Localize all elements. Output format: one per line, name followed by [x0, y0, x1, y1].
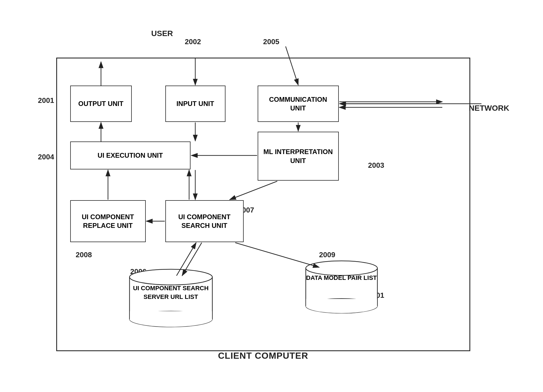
ref-2001: 2001 [38, 96, 54, 105]
svg-point-1 [130, 269, 212, 285]
url-list-label: UI COMPONENT SEARCH SERVER URL LIST [129, 284, 213, 301]
ui-execution-unit-label: UI EXECUTION UNIT [98, 151, 163, 160]
ui-component-search-unit-box: UI COMPONENT SEARCH UNIT [165, 200, 244, 242]
communication-unit-box: COMMUNICATION UNIT [258, 86, 339, 122]
ui-component-replace-unit-label: UI COMPONENT REPLACE UNIT [74, 212, 142, 230]
client-computer-label: CLIENT COMPUTER [57, 351, 469, 361]
ui-component-search-unit-label: UI COMPONENT SEARCH UNIT [169, 212, 240, 230]
ref-2008: 2008 [76, 251, 92, 259]
ml-interpretation-unit-label: ML INTERPRETATION UNIT [261, 147, 335, 165]
data-model-pair-list-cylinder: DATA MODEL PAIR LIST [305, 260, 378, 313]
ml-interpretation-unit-box: ML INTERPRETATION UNIT [258, 132, 339, 181]
ref-2009: 2009 [319, 251, 335, 259]
output-unit-label: OUTPUT UNIT [78, 99, 123, 108]
ref-2002: 2002 [185, 37, 201, 46]
user-label: USER [151, 29, 173, 38]
output-unit-box: OUTPUT UNIT [70, 86, 132, 122]
input-unit-box: INPUT UNIT [165, 86, 225, 122]
svg-rect-7 [306, 299, 377, 306]
ui-execution-unit-box: UI EXECUTION UNIT [70, 141, 191, 169]
ref-2004: 2004 [38, 153, 54, 161]
svg-point-5 [306, 261, 377, 275]
network-label: NETWORK [469, 104, 509, 113]
input-unit-label: INPUT UNIT [177, 99, 214, 108]
diagram: USER NETWORK 2002 2005 CLIENT COMPUTER 2… [34, 21, 509, 371]
communication-unit-label: COMMUNICATION UNIT [261, 95, 335, 112]
ui-component-replace-unit-box: UI COMPONENT REPLACE UNIT [70, 200, 146, 242]
data-model-pair-list-label: DATA MODEL PAIR LIST [305, 274, 378, 282]
svg-rect-3 [130, 311, 212, 320]
ref-2005: 2005 [263, 37, 279, 46]
url-list-cylinder: UI COMPONENT SEARCH SERVER URL LIST [129, 269, 213, 327]
ref-2003: 2003 [368, 161, 384, 170]
